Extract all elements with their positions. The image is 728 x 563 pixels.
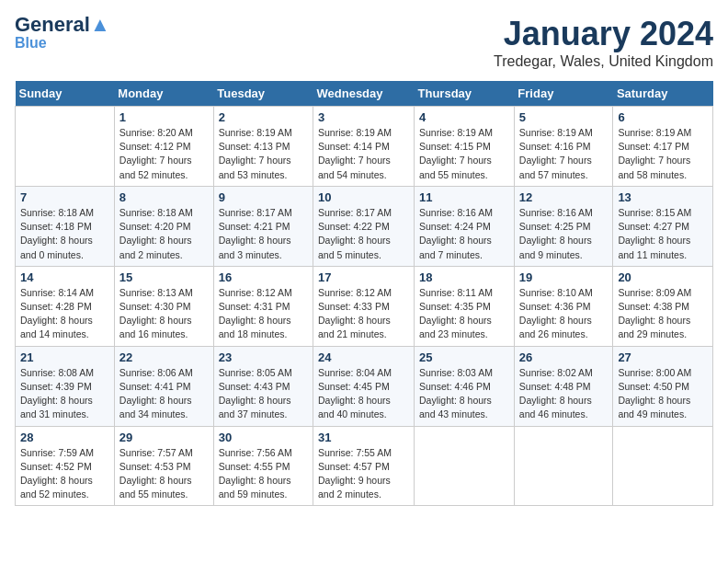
sunrise-text: Sunrise: 8:18 AM [20,206,109,220]
sunset-text: Sunset: 4:15 PM [419,140,509,154]
col-sunday: Sunday [16,81,115,107]
calendar-cell: 20Sunrise: 8:09 AMSunset: 4:38 PMDayligh… [613,266,713,346]
daylight-text: Daylight: 8 hours and 5 minutes. [318,234,409,261]
day-info: Sunrise: 7:57 AMSunset: 4:53 PMDaylight:… [119,446,209,502]
day-number: 8 [119,190,209,204]
day-info: Sunrise: 8:19 AMSunset: 4:13 PMDaylight:… [219,126,308,182]
sunrise-text: Sunrise: 8:16 AM [419,206,509,220]
sunrise-text: Sunrise: 8:06 AM [119,366,209,380]
logo-general: General▲ [15,15,110,35]
calendar-cell: 11Sunrise: 8:16 AMSunset: 4:24 PMDayligh… [415,186,515,266]
calendar-cell [415,426,515,506]
day-number: 24 [318,350,409,364]
daylight-text: Daylight: 8 hours and 46 minutes. [519,394,609,421]
sunrise-text: Sunrise: 7:55 AM [318,446,409,460]
sunset-text: Sunset: 4:46 PM [419,380,509,394]
sunset-text: Sunset: 4:28 PM [20,300,109,314]
sunset-text: Sunset: 4:38 PM [618,300,708,314]
calendar-cell: 16Sunrise: 8:12 AMSunset: 4:31 PMDayligh… [213,266,313,346]
calendar-cell: 21Sunrise: 8:08 AMSunset: 4:39 PMDayligh… [16,346,115,426]
day-number: 6 [618,110,708,124]
day-number: 22 [119,350,209,364]
sunrise-text: Sunrise: 8:16 AM [519,206,609,220]
calendar-cell: 22Sunrise: 8:06 AMSunset: 4:41 PMDayligh… [114,346,213,426]
daylight-text: Daylight: 8 hours and 21 minutes. [318,314,409,341]
calendar-table: Sunday Monday Tuesday Wednesday Thursday… [15,81,713,506]
sunrise-text: Sunrise: 8:03 AM [419,366,509,380]
calendar-cell: 30Sunrise: 7:56 AMSunset: 4:55 PMDayligh… [213,426,313,506]
daylight-text: Daylight: 8 hours and 59 minutes. [219,474,308,501]
calendar-cell: 7Sunrise: 8:18 AMSunset: 4:18 PMDaylight… [16,186,115,266]
title-area: January 2024 Tredegar, Wales, United Kin… [494,15,713,70]
daylight-text: Daylight: 7 hours and 57 minutes. [519,154,609,181]
calendar-cell: 12Sunrise: 8:16 AMSunset: 4:25 PMDayligh… [514,186,613,266]
day-info: Sunrise: 8:08 AMSunset: 4:39 PMDaylight:… [20,366,109,422]
day-number: 1 [119,110,209,124]
sunrise-text: Sunrise: 8:19 AM [219,126,308,140]
day-info: Sunrise: 8:12 AMSunset: 4:33 PMDaylight:… [318,286,409,342]
daylight-text: Daylight: 8 hours and 40 minutes. [318,394,409,421]
day-info: Sunrise: 8:09 AMSunset: 4:38 PMDaylight:… [618,286,708,342]
day-info: Sunrise: 8:16 AMSunset: 4:25 PMDaylight:… [519,206,609,262]
sunrise-text: Sunrise: 7:57 AM [119,446,209,460]
sunset-text: Sunset: 4:35 PM [419,300,509,314]
sunrise-text: Sunrise: 7:59 AM [20,446,109,460]
day-number: 16 [219,270,308,284]
daylight-text: Daylight: 8 hours and 2 minutes. [119,234,209,261]
day-info: Sunrise: 8:06 AMSunset: 4:41 PMDaylight:… [119,366,209,422]
day-info: Sunrise: 7:55 AMSunset: 4:57 PMDaylight:… [318,446,409,502]
day-number: 2 [219,110,308,124]
daylight-text: Daylight: 8 hours and 7 minutes. [419,234,509,261]
sunset-text: Sunset: 4:17 PM [618,140,708,154]
day-info: Sunrise: 8:15 AMSunset: 4:27 PMDaylight:… [618,206,708,262]
sunset-text: Sunset: 4:45 PM [318,380,409,394]
sunset-text: Sunset: 4:41 PM [119,380,209,394]
calendar-week-row: 7Sunrise: 8:18 AMSunset: 4:18 PMDaylight… [16,186,713,266]
day-number: 9 [219,190,308,204]
day-number: 20 [618,270,708,284]
day-info: Sunrise: 8:16 AMSunset: 4:24 PMDaylight:… [419,206,509,262]
day-info: Sunrise: 8:00 AMSunset: 4:50 PMDaylight:… [618,366,708,422]
col-saturday: Saturday [613,81,713,107]
day-info: Sunrise: 8:19 AMSunset: 4:15 PMDaylight:… [419,126,509,182]
day-number: 11 [419,190,509,204]
day-number: 12 [519,190,609,204]
sunrise-text: Sunrise: 8:18 AM [119,206,209,220]
calendar-week-row: 21Sunrise: 8:08 AMSunset: 4:39 PMDayligh… [16,346,713,426]
daylight-text: Daylight: 8 hours and 43 minutes. [419,394,509,421]
sunset-text: Sunset: 4:31 PM [219,300,308,314]
daylight-text: Daylight: 7 hours and 58 minutes. [618,154,708,181]
daylight-text: Daylight: 8 hours and 18 minutes. [219,314,308,341]
sunset-text: Sunset: 4:43 PM [219,380,308,394]
calendar-cell: 6Sunrise: 8:19 AMSunset: 4:17 PMDaylight… [613,107,713,187]
day-number: 27 [618,350,708,364]
col-tuesday: Tuesday [213,81,313,107]
sunset-text: Sunset: 4:53 PM [119,460,209,474]
page-header: General▲ Blue January 2024 Tredegar, Wal… [15,15,713,70]
sunrise-text: Sunrise: 8:11 AM [419,286,509,300]
calendar-cell: 13Sunrise: 8:15 AMSunset: 4:27 PMDayligh… [613,186,713,266]
month-title: January 2024 [494,15,713,53]
daylight-text: Daylight: 8 hours and 37 minutes. [219,394,308,421]
sunrise-text: Sunrise: 8:17 AM [219,206,308,220]
sunrise-text: Sunrise: 8:14 AM [20,286,109,300]
day-number: 13 [618,190,708,204]
day-number: 14 [20,270,109,284]
logo-triangle: ▲ [90,13,110,36]
sunset-text: Sunset: 4:25 PM [519,220,609,234]
calendar-cell [514,426,613,506]
day-number: 18 [419,270,509,284]
day-number: 19 [519,270,609,284]
day-info: Sunrise: 8:19 AMSunset: 4:16 PMDaylight:… [519,126,609,182]
calendar-cell: 10Sunrise: 8:17 AMSunset: 4:22 PMDayligh… [313,186,415,266]
calendar-cell: 29Sunrise: 7:57 AMSunset: 4:53 PMDayligh… [114,426,213,506]
calendar-cell: 28Sunrise: 7:59 AMSunset: 4:52 PMDayligh… [16,426,115,506]
sunset-text: Sunset: 4:14 PM [318,140,409,154]
day-info: Sunrise: 8:10 AMSunset: 4:36 PMDaylight:… [519,286,609,342]
calendar-week-row: 1Sunrise: 8:20 AMSunset: 4:12 PMDaylight… [16,107,713,187]
day-info: Sunrise: 8:02 AMSunset: 4:48 PMDaylight:… [519,366,609,422]
day-info: Sunrise: 8:14 AMSunset: 4:28 PMDaylight:… [20,286,109,342]
daylight-text: Daylight: 7 hours and 52 minutes. [119,154,209,181]
day-number: 21 [20,350,109,364]
sunset-text: Sunset: 4:50 PM [618,380,708,394]
